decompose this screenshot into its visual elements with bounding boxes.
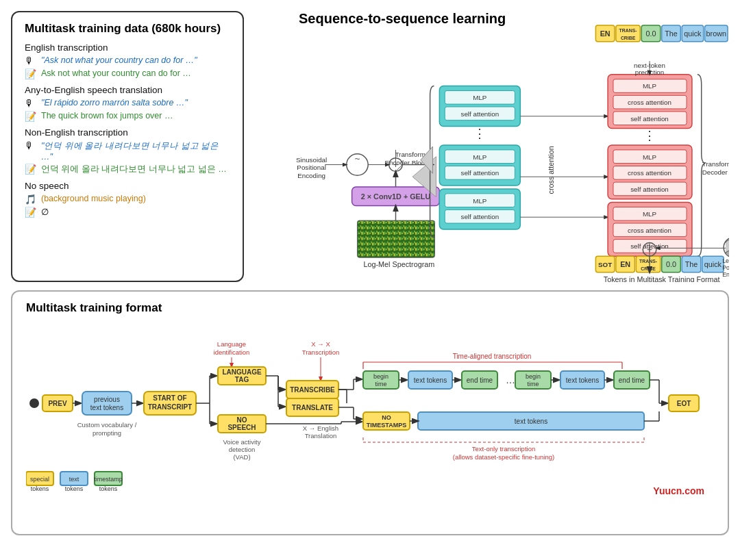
xx-trans-label2: Transcription (302, 348, 340, 356)
mic-icon: 🎙 (25, 140, 37, 151)
out-token-the-label: The (665, 29, 678, 38)
note-icon: 📝 (25, 207, 37, 218)
data-row: 🎙 "El rápido zorro marrón salta sobre …" (25, 98, 230, 109)
no-speech-label1: NO (237, 416, 247, 424)
lang-tag-label2: TAG (235, 376, 249, 383)
spectrogram-box (357, 220, 434, 257)
custom-vocab-label1: Custom vocabulary / (77, 421, 137, 429)
lang-id-label1: Language (217, 340, 246, 348)
in-token-sot-label: SOT (598, 261, 612, 268)
dec-mlp-top-label: MLP (643, 82, 657, 90)
dec-cross-mid-label: cross attention (628, 169, 671, 177)
dec-cross-top-label: cross attention (628, 99, 671, 106)
data-row: 🎙 "언덕 위에 올라 내려다보면 너무나 넓고 넓은 …" (25, 140, 230, 162)
text-only-label1: Text-only transcription (472, 445, 535, 453)
text-tokens-wide-label: text tokens (515, 418, 547, 425)
data-row: 📝 Ask not what your country can do for … (25, 68, 230, 79)
note-icon: 📝 (25, 68, 37, 79)
vad-label1: Voice activity (223, 438, 261, 446)
bottom-section: Multitask training format PREV previous … (11, 290, 729, 535)
sot-label1: START OF (153, 394, 186, 402)
transcribe-label: TRANSCRIBE (290, 386, 335, 394)
text-tokens-label1: text tokens (414, 377, 447, 384)
eot-label: EOT (677, 400, 691, 407)
dec-self-mid-label: self attention (630, 186, 669, 193)
tokens-label: Tokens in Multitask Training Format (604, 275, 720, 282)
begin-time-label2: time (375, 381, 386, 387)
data-row: 📝 언덕 위에 올라 내려다보면 너무나 넓고 넓은 … (25, 164, 230, 175)
data-row: 🎵 (background music playing) (25, 194, 230, 205)
no-timestamps-label2: TIMESTAMPS (367, 422, 406, 429)
dec-self-top-label: self attention (630, 115, 669, 123)
learned-pos-label1: Learned (722, 257, 729, 264)
music-icon: 🎵 (25, 194, 37, 205)
out-token-brown-label: brown (706, 29, 726, 38)
data-row: 📝 ∅ (25, 207, 230, 218)
left-box-title: Multitask training data (680k hours) (25, 22, 230, 36)
enc-mlp-mid-label: MLP (473, 153, 487, 161)
dec-dots: ⋮ (643, 129, 656, 142)
bottom-title: Multitask training format (26, 301, 714, 315)
legend-text-text2: tokens (65, 485, 84, 492)
empty-transcript: ∅ (41, 207, 49, 217)
section-no-speech: No speech (25, 181, 230, 191)
dec-mlp-bot-label: MLP (643, 210, 657, 218)
audio-text-en: "Ask not what your country can do for …" (41, 55, 197, 65)
multitask-data-box: Multitask training data (680k hours) Eng… (11, 11, 244, 282)
no-speech-label2: SPEECH (227, 424, 256, 431)
flow-dots: … (506, 374, 515, 385)
begin-time-label3: begin (526, 373, 541, 380)
enc-mlp-bot-label: MLP (473, 197, 487, 205)
note-icon: 📝 (25, 164, 37, 175)
vad-label3: (VAD) (233, 453, 250, 461)
sot-label2: TRANSCRIPT (148, 403, 192, 411)
no-timestamps-label1: NO (382, 414, 391, 421)
in-token-quick-label: quick (704, 260, 722, 268)
translate-label: TRANSLATE (292, 404, 333, 411)
transcript-text-es: The quick brown fox jumps over … (41, 111, 173, 120)
audio-text-kr: "언덕 위에 올라 내려다보면 너무나 넓고 넓은 …" (41, 140, 230, 162)
text-only-label2: (allows dataset-specific fine-tuning) (453, 453, 554, 461)
in-token-the-label: The (685, 260, 698, 268)
sinu-label2: Positional (297, 164, 326, 171)
begin-time-label1: begin (373, 373, 388, 380)
transcript-text-kr: 언덕 위에 올라 내려다보면 너무나 넓고 넓은 … (41, 164, 227, 175)
data-row: 🎙 "Ask not what your country can do for … (25, 55, 230, 66)
enc-dots: ⋮ (473, 127, 486, 140)
out-token-00-label: 0.0 (645, 29, 656, 38)
note-icon: 📝 (25, 111, 37, 122)
mic-icon: 🎙 (25, 98, 37, 109)
in-token-trans-label1: TRANS- (639, 259, 658, 264)
legend-special-text1: special (30, 476, 49, 483)
main-diagram-svg: Log-Mel Spectrogram 2 × Conv1D + GELU ~ … (258, 11, 729, 282)
enc-attn-mid-label: self attention (461, 169, 500, 177)
out-token-trans-label1: TRANS- (619, 28, 638, 33)
xx-trans-label1: X → X (311, 340, 330, 348)
sinu-label3: Encoding (297, 172, 325, 179)
vad-label2: detection (229, 446, 256, 453)
legend-text-text1: text (69, 476, 79, 483)
lang-id-label2: identification (214, 348, 250, 356)
section-nonenglish: Non-English transcription (25, 127, 230, 138)
out-token-trans-label2: CRIBE (621, 36, 636, 40)
prev-label: PREV (48, 400, 67, 407)
end-time-label1: end time (467, 377, 493, 384)
legend-special-text2: tokens (31, 485, 49, 492)
transcript-text-en: Ask not what your country can do for … (41, 68, 191, 78)
enc-attn-top-label: self attention (461, 110, 500, 118)
mic-icon: 🎙 (25, 55, 37, 66)
legend-timestamp-text1: timestamp (94, 476, 123, 483)
in-token-en-label: EN (620, 260, 630, 268)
conv-label: 2 × Conv1D + GELU (361, 192, 431, 201)
learned-pos-label2: Positional (722, 264, 729, 271)
dec-mlp-mid-label: MLP (643, 153, 657, 161)
start-dot (29, 398, 39, 408)
out-token-en-label: EN (600, 29, 610, 38)
learned-pos-label3: Encoding (722, 271, 729, 278)
text-tokens-label2: text tokens (566, 377, 599, 384)
no-speech-text: (background music playing) (41, 194, 146, 203)
section-any-english: Any-to-English speech translation (25, 85, 230, 95)
sequence-learning-diagram: Sequence-to-sequence learning (258, 11, 729, 282)
prev-text-label2: text tokens (90, 404, 123, 411)
enc-mlp-top-label: MLP (473, 94, 487, 101)
